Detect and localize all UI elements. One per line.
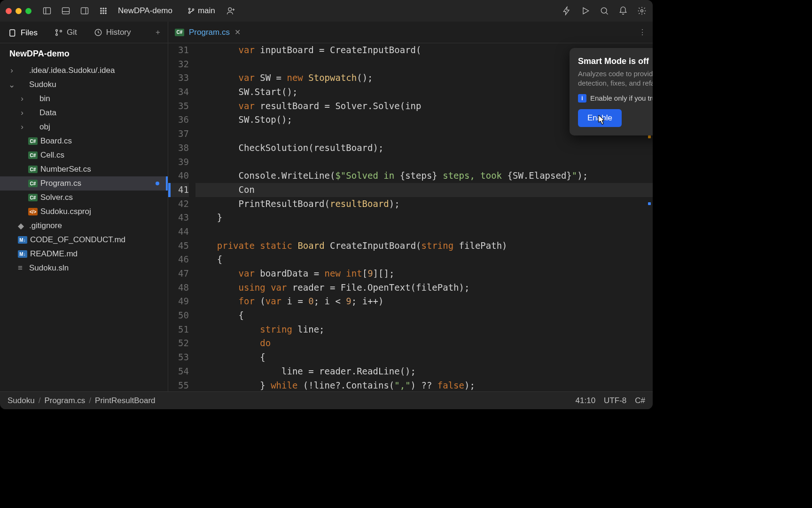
run-icon[interactable] [580,6,591,16]
svg-point-11 [105,10,107,12]
tree-item[interactable]: ›Data [0,106,168,120]
line-number: 37 [168,127,189,141]
popup-info: i Enable only if you trust the source co… [578,94,653,103]
apps-grid-icon[interactable] [98,6,109,16]
code-line[interactable]: line = reader.ReadLine(); [195,365,653,379]
tree-item-label: bin [39,94,50,103]
search-icon[interactable] [599,6,609,16]
sidebar-tab-files[interactable]: Files [0,22,46,43]
panel-left-icon[interactable] [42,6,52,16]
code-line[interactable]: { [195,309,653,323]
chevron-icon: › [19,108,25,118]
line-number: 43 [168,211,189,225]
tree-item[interactable]: M↓README.md [0,247,168,261]
add-collaborator-icon[interactable] [226,6,236,16]
sidebar-tab-add[interactable]: + [148,22,168,43]
tree-item[interactable]: </>Sudoku.csproj [0,205,168,219]
code-line[interactable]: PrintResultBoard(resultBoard); [195,197,653,211]
tree-item-label: Cell.cs [40,151,64,160]
enable-button[interactable]: Enable [578,109,622,127]
popup-title: Smart Mode is off [578,56,653,66]
tree-item[interactable]: ›obj [0,120,168,134]
line-number: 49 [168,294,189,309]
line-number: 38 [168,141,189,155]
breadcrumb-part[interactable]: Sudoku [8,396,35,405]
panel-bottom-icon[interactable] [61,6,71,16]
panel-right-icon[interactable] [79,6,90,16]
breadcrumb-separator: / [39,396,41,405]
sidebar-tab-label: History [106,28,131,37]
caret-position[interactable]: 41:10 [576,396,596,405]
smart-mode-icon[interactable] [562,6,572,16]
status-bar: Sudoku / Program.cs / PrintResultBoard 4… [0,391,653,409]
sidebar-tab-history[interactable]: History [86,22,140,43]
minimize-window-button[interactable] [16,8,22,14]
code-line[interactable] [195,225,653,239]
tree-item-label: Sudoku.sln [29,263,69,273]
notifications-icon[interactable] [618,6,628,16]
tree-item[interactable]: C#Solver.cs [0,190,168,205]
svg-point-12 [101,13,102,14]
csharp-file-icon: C# [28,151,38,159]
csharp-file-icon: C# [175,29,184,36]
close-window-button[interactable] [6,8,12,14]
tree-item[interactable]: C#NumberSet.cs [0,162,168,176]
tree-item-label: .gitignore [29,221,62,230]
sidebar-tab-label: Git [67,28,77,37]
code-line[interactable]: CheckSolution(resultBoard); [195,141,653,155]
code-line[interactable] [195,155,653,169]
active-line-marker [168,183,171,197]
branch-icon [187,7,195,15]
tree-item[interactable]: C#Cell.cs [0,148,168,162]
tree-item[interactable]: ≡Sudoku.sln [0,261,168,275]
project-name[interactable]: NewDPA-demo [118,6,172,16]
branch-selector[interactable]: main [187,6,215,16]
file-encoding[interactable]: UTF-8 [604,396,626,405]
code-line[interactable]: { [195,253,653,267]
tree-item[interactable]: ⌄Sudoku [0,78,168,92]
line-number: 39 [168,155,189,169]
tree-item[interactable]: M↓CODE_OF_CONDUCT.md [0,233,168,247]
close-tab-icon[interactable]: ✕ [234,28,241,37]
code-line[interactable]: do [195,336,653,350]
code-line[interactable]: string line; [195,323,653,337]
breadcrumb-part[interactable]: PrintResultBoard [95,396,156,405]
svg-point-18 [228,8,232,11]
breadcrumb-part[interactable]: Program.cs [44,396,85,405]
svg-point-10 [103,10,104,12]
tree-item-label: obj [39,122,50,132]
breadcrumb-separator: / [89,396,91,405]
tree-item-label: NumberSet.cs [40,165,91,174]
svg-point-16 [188,12,190,13]
code-line[interactable]: { [195,350,653,365]
code-line[interactable]: private static Board CreateInputBoard(st… [195,239,653,253]
modified-indicator-icon [156,182,159,185]
code-line[interactable]: for (var i = 0; i < 9; i++) [195,294,653,309]
branch-name: main [198,6,215,16]
file-language[interactable]: C# [635,396,645,405]
editor-tab-overflow-icon[interactable]: ⋮ [632,22,653,43]
editor-tab-filename: Program.cs [189,28,230,37]
tree-item[interactable]: ›.idea/.idea.Sudoku/.idea [0,64,168,78]
csharp-file-icon: C# [28,166,38,173]
tree-item-label: Sudoku.csproj [40,207,91,216]
zoom-window-button[interactable] [25,8,31,14]
tree-item[interactable]: ›bin [0,92,168,106]
code-line[interactable]: var boardData = new int[9][]; [195,267,653,281]
code-line[interactable]: using var reader = File.OpenText(filePat… [195,281,653,295]
chevron-icon: › [8,66,15,75]
tree-item[interactable]: C#Program.cs [0,176,168,190]
code-line[interactable]: } while (!line?.Contains(",") ?? false); [195,379,653,392]
tree-item[interactable]: C#Board.cs [0,134,168,148]
tree-item[interactable]: ◆.gitignore [0,219,168,233]
line-number: 35 [168,99,189,113]
sidebar-tab-git[interactable]: Git [46,22,86,43]
settings-icon[interactable] [637,6,647,16]
code-line[interactable]: } [195,211,653,225]
csharp-file-icon: C# [28,194,38,201]
chevron-icon: › [19,122,25,132]
code-line[interactable]: Console.WriteLine($"Solved in {steps} st… [195,169,653,183]
editor-tab-program[interactable]: C# Program.cs ✕ [168,22,247,43]
editor-tabs: C# Program.cs ✕ ⋮ [168,22,653,43]
code-line[interactable]: Con [195,183,653,197]
